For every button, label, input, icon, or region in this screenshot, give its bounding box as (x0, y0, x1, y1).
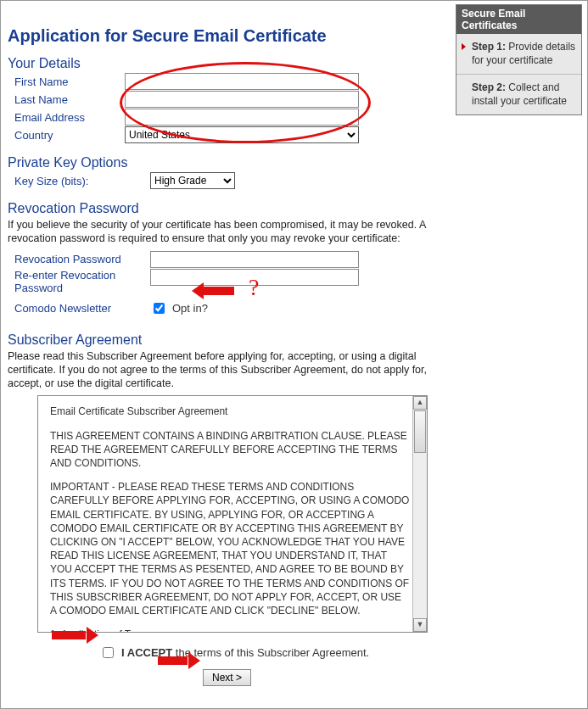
agreement-p2: IMPORTANT - PLEASE READ THESE TERMS AND … (50, 480, 410, 617)
sidebar-step-2: Step 2: Collect and install your certifi… (456, 75, 581, 114)
sidebar: Secure Email Certificates Step 1: Provid… (456, 4, 582, 115)
accept-checkbox[interactable] (103, 647, 114, 658)
page-title: Application for Secure Email Certificate (8, 26, 449, 46)
key-size-select[interactable]: High Grade (150, 172, 235, 189)
scroll-down-icon[interactable]: ▼ (413, 618, 427, 632)
step2-bold: Step 2: (472, 81, 506, 93)
sidebar-step-1: Step 1: Provide details for your certifi… (456, 34, 581, 75)
sidebar-title: Secure Email Certificates (456, 5, 581, 34)
scroll-thumb[interactable] (414, 410, 426, 453)
agreement-p1: THIS AGREEMENT CONTAINS A BINDING ARBITR… (50, 429, 410, 471)
scroll-up-icon[interactable]: ▲ (413, 396, 427, 410)
first-name-input[interactable] (125, 73, 359, 90)
agreement-body-title: Email Certificate Subscriber Agreement (50, 405, 410, 418)
section-pko: Private Key Options (8, 155, 449, 170)
last-name-input[interactable] (125, 91, 359, 108)
revocation-intro: If you believe the security of your cert… (8, 218, 449, 246)
country-label: Country (8, 129, 125, 142)
agreement-intro: Please read this Subscriber Agreement be… (8, 349, 449, 391)
accept-label: I ACCEPT the terms of this Subscriber Ag… (121, 646, 369, 659)
agreement-scrollbar[interactable]: ▲ ▼ (412, 396, 427, 632)
next-button[interactable]: Next > (203, 669, 251, 686)
rev-pwd2-input[interactable] (150, 269, 359, 286)
country-select[interactable]: United States (125, 126, 359, 143)
optin-label: Opt in? (172, 302, 208, 315)
newsletter-label: Comodo Newsletter (8, 302, 150, 315)
last-name-label: Last Name (8, 93, 125, 106)
email-input[interactable] (125, 109, 359, 126)
step1-bold: Step 1: (472, 41, 506, 53)
key-size-label: Key Size (bits): (8, 175, 150, 187)
email-label: Email Address (8, 111, 125, 124)
section-agreement: Subscriber Agreement (8, 332, 449, 348)
agreement-textbox[interactable]: Email Certificate Subscriber Agreement T… (37, 395, 428, 633)
rev-pwd-label: Revocation Password (8, 253, 150, 265)
section-your-details: Your Details (8, 56, 449, 71)
optin-checkbox[interactable] (154, 303, 165, 314)
agreement-p3: 1. Application of Terms (50, 628, 410, 633)
section-revocation: Revocation Password (8, 201, 449, 216)
rev-pwd-input[interactable] (150, 251, 359, 268)
rev-pwd2-label: Re-enter Revocation Password (8, 269, 150, 295)
first-name-label: First Name (8, 75, 125, 88)
